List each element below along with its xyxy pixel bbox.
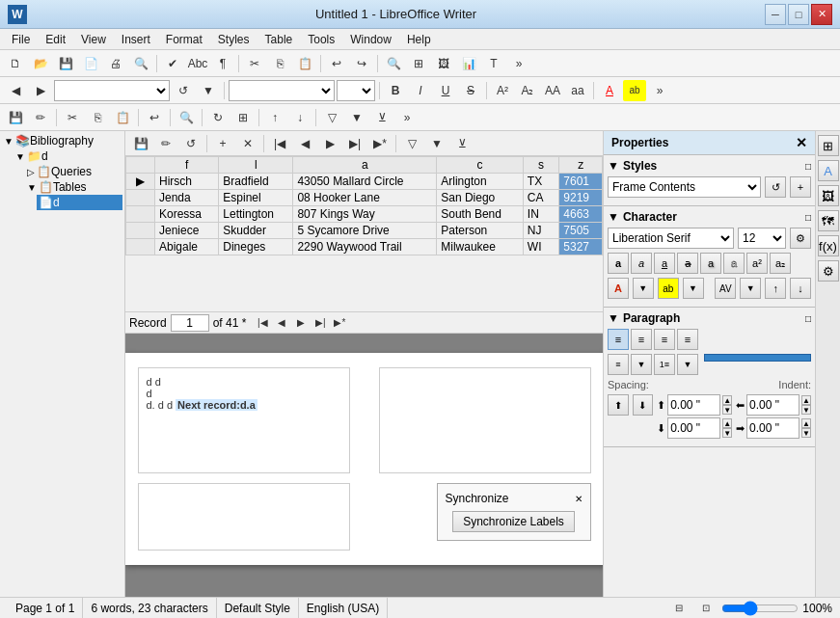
cell-f[interactable]: Jenda: [155, 190, 219, 206]
cell-f[interactable]: Abigale: [155, 239, 219, 255]
dg-add-btn[interactable]: +: [211, 133, 234, 154]
paste2-btn[interactable]: 📋: [111, 107, 134, 128]
cell-l[interactable]: Lettington: [219, 206, 293, 223]
redo2-btn[interactable]: ↻: [206, 107, 230, 128]
dg-edit-btn[interactable]: ✏: [154, 133, 177, 154]
uppercase-btn[interactable]: AA: [541, 80, 564, 101]
dg-next-btn[interactable]: ▶: [318, 133, 341, 154]
menu-window[interactable]: Window: [342, 31, 399, 48]
cell-f[interactable]: Jeniece: [155, 223, 219, 239]
col-header-s[interactable]: s: [523, 157, 558, 174]
subscript-btn[interactable]: A₂: [516, 80, 539, 101]
table-row[interactable]: ▶ Hirsch Bradfield 43050 Mallard Circle …: [126, 174, 603, 190]
find-btn[interactable]: 🔍: [382, 53, 405, 74]
list-drop-btn[interactable]: ▼: [631, 354, 652, 375]
side-design-btn[interactable]: ⚙: [818, 260, 839, 282]
cell-z[interactable]: 4663: [559, 206, 603, 223]
side-gallery-btn[interactable]: 🖼: [818, 185, 839, 206]
rec-new-btn[interactable]: ▶*: [331, 314, 348, 332]
dg-prev-btn[interactable]: ◀: [293, 133, 316, 154]
table-row[interactable]: Jenda Espinel 08 Hooker Lane San Diego C…: [126, 190, 603, 206]
more-btn[interactable]: »: [507, 53, 530, 74]
redo-btn[interactable]: ↪: [350, 53, 373, 74]
before-indent-input[interactable]: [746, 394, 799, 416]
cell-z[interactable]: 7505: [559, 223, 603, 239]
table-row[interactable]: Koressa Lettington 807 Kings Way South B…: [126, 206, 603, 223]
cell-c[interactable]: San Diego: [437, 190, 524, 206]
style-dropdown[interactable]: Frame Contents: [608, 176, 761, 198]
dg-save-btn[interactable]: 💾: [129, 133, 152, 154]
col-header-f[interactable]: f: [155, 157, 219, 174]
spellcheck-btn[interactable]: ✔: [161, 53, 184, 74]
side-styles-btn[interactable]: A: [818, 160, 839, 181]
font-color-btn2[interactable]: A: [608, 278, 629, 299]
after-up-btn[interactable]: ▲: [801, 418, 811, 428]
cell-f[interactable]: Koressa: [155, 206, 219, 223]
highlight-btn2[interactable]: ab: [658, 278, 679, 299]
dg-filter2-btn[interactable]: ▼: [425, 133, 448, 154]
cut-btn[interactable]: ✂: [243, 53, 266, 74]
cell-s[interactable]: NJ: [523, 223, 558, 239]
copy-btn[interactable]: ⎘: [268, 53, 291, 74]
styles-section-header[interactable]: ▼ Styles □: [608, 159, 811, 173]
sync-close-icon[interactable]: ✕: [575, 494, 583, 504]
rec-last-btn[interactable]: ▶|: [312, 314, 329, 332]
before-dn-btn[interactable]: ▼: [801, 405, 811, 415]
dg-refresh-btn[interactable]: ↺: [179, 133, 203, 154]
above-up-btn[interactable]: ▲: [722, 395, 732, 405]
cell-a[interactable]: 807 Kings Way: [293, 206, 437, 223]
align-right-btn[interactable]: ≡: [654, 329, 675, 350]
fmt-sub-btn[interactable]: a₂: [770, 253, 791, 274]
menu-file[interactable]: File: [4, 31, 38, 48]
more3-btn[interactable]: »: [395, 107, 419, 128]
cell-z[interactable]: 9219: [559, 190, 603, 206]
cell-a[interactable]: 5 Sycamore Drive: [293, 223, 437, 239]
rec-first-btn[interactable]: |◀: [254, 314, 271, 332]
sort-asc-btn[interactable]: ↑: [263, 107, 286, 128]
style-new-btn[interactable]: +: [790, 176, 811, 198]
menu-format[interactable]: Format: [158, 31, 210, 48]
font-color-drop-btn[interactable]: ▼: [633, 278, 654, 299]
cell-c[interactable]: Paterson: [437, 223, 524, 239]
sort-desc-btn[interactable]: ↓: [288, 107, 312, 128]
char-spacing-btn[interactable]: AV: [715, 278, 736, 299]
font-size-select[interactable]: 12: [337, 80, 375, 101]
fmt-shadow-btn[interactable]: a: [700, 253, 721, 274]
status-layout-btn2[interactable]: ⊡: [694, 598, 718, 619]
nav-fwd[interactable]: ▶: [29, 80, 52, 101]
cell-z[interactable]: 5327: [559, 239, 603, 255]
style-update-btn[interactable]: ↺: [765, 176, 786, 198]
status-style[interactable]: Default Style: [217, 598, 299, 618]
table-btn[interactable]: ⊞: [407, 53, 430, 74]
align-left-btn[interactable]: ≡: [608, 329, 629, 350]
style-refresh[interactable]: ↺: [172, 80, 195, 101]
superscript-btn[interactable]: A²: [491, 80, 514, 101]
cell-l[interactable]: Dineges: [219, 239, 293, 255]
cell-f[interactable]: Hirsch: [155, 174, 219, 190]
menu-tools[interactable]: Tools: [300, 31, 342, 48]
font-name-select[interactable]: Liberation Serif: [608, 228, 734, 249]
lowercase-btn[interactable]: aa: [566, 80, 589, 101]
open-btn[interactable]: 📂: [29, 53, 52, 74]
above-spacing-input[interactable]: [667, 394, 720, 416]
after-dn-btn[interactable]: ▼: [801, 428, 811, 438]
menu-styles[interactable]: Styles: [210, 31, 257, 48]
side-properties-btn[interactable]: ⊞: [818, 135, 839, 156]
zoom-slider[interactable]: [721, 601, 799, 616]
properties-close-icon[interactable]: ✕: [796, 135, 807, 150]
italic-btn[interactable]: I: [409, 80, 432, 101]
cell-s[interactable]: WI: [523, 239, 558, 255]
chart-btn[interactable]: 📊: [457, 53, 480, 74]
font-select[interactable]: Liberation Serif: [229, 80, 335, 101]
cell-c[interactable]: Milwaukee: [437, 239, 524, 255]
col-header-c[interactable]: c: [437, 157, 524, 174]
rec-prev-btn[interactable]: ◀: [273, 314, 290, 332]
undo-btn[interactable]: ↩: [325, 53, 348, 74]
pdf-btn[interactable]: 📄: [79, 53, 102, 74]
tree-item-bibliography[interactable]: ▼ 📚 Bibliography: [2, 133, 122, 148]
record-input[interactable]: 1: [171, 314, 209, 332]
edit-btn[interactable]: ✏: [29, 107, 52, 128]
image-btn[interactable]: 🖼: [432, 53, 455, 74]
underline-btn[interactable]: U: [434, 80, 457, 101]
font-size-select2[interactable]: 12: [738, 228, 786, 249]
